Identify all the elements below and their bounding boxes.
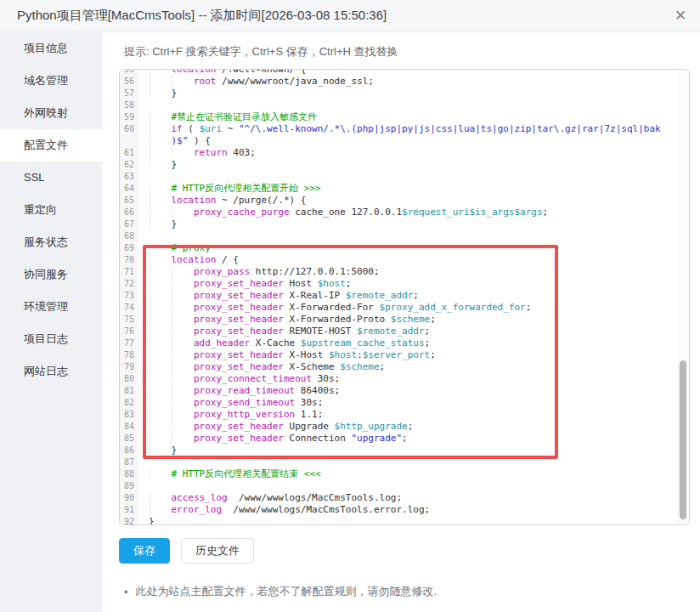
sidebar-item-4[interactable]: SSL bbox=[0, 162, 102, 194]
history-file-button[interactable]: 历史文件 bbox=[181, 538, 254, 564]
line-number: 63 bbox=[120, 171, 138, 183]
indent-guide bbox=[172, 385, 172, 397]
indent-guide bbox=[172, 207, 172, 218]
sidebar-item-10[interactable]: 网站日志 bbox=[0, 355, 102, 388]
line-number: 79 bbox=[120, 361, 138, 373]
code-line: )$" ) { bbox=[120, 135, 689, 147]
editor-scrollbar-track[interactable] bbox=[678, 71, 688, 524]
code-line-content: proxy_read_timeout 86400s; bbox=[138, 385, 689, 397]
code-line-content: # HTTP反向代理相关配置结束 <<< bbox=[138, 468, 689, 480]
code-line: 89 bbox=[120, 480, 689, 492]
code-line: 92} bbox=[120, 516, 689, 525]
code-line-content: )$" ) { bbox=[138, 135, 689, 147]
sidebar-item-9[interactable]: 项目日志 bbox=[0, 323, 102, 355]
line-number: 83 bbox=[120, 409, 138, 421]
indent-guide bbox=[150, 409, 150, 421]
code-line: 78 proxy_set_header X-Host $host:$server… bbox=[120, 349, 689, 361]
code-line-content bbox=[138, 230, 689, 242]
indent-guide bbox=[150, 314, 150, 326]
indent-guide bbox=[172, 409, 172, 421]
sidebar-item-7[interactable]: 协同服务 bbox=[0, 258, 102, 291]
code-line-content: location / { bbox=[138, 254, 689, 266]
line-number: 74 bbox=[120, 302, 138, 314]
footer-note: • 此处为站点主配置文件，若您不了解配置规则，请勿随意修改. bbox=[124, 584, 437, 599]
code-line: 84 proxy_set_header Upgrade $http_upgrad… bbox=[120, 421, 689, 433]
indent-guide bbox=[172, 314, 172, 326]
code-line: 80 proxy_connect_timeout 30s; bbox=[120, 373, 689, 385]
indent-guide bbox=[150, 290, 150, 302]
indent-guide bbox=[150, 468, 150, 480]
code-line-content: proxy_pass http://127.0.0.1:5000; bbox=[138, 266, 689, 278]
sidebar-item-0[interactable]: 项目信息 bbox=[0, 32, 102, 65]
editor-scrollbar-thumb[interactable] bbox=[680, 360, 686, 519]
code-line: 65 location ~ /purge(/.*) { bbox=[120, 195, 689, 207]
indent-guide bbox=[150, 88, 150, 99]
indent-guide bbox=[150, 326, 150, 337]
sidebar-item-2[interactable]: 外网映射 bbox=[0, 97, 102, 129]
action-buttons: 保存 历史文件 bbox=[119, 538, 254, 564]
line-number: 91 bbox=[120, 504, 138, 516]
line-number: 64 bbox=[120, 183, 138, 195]
indent-guide bbox=[150, 504, 150, 516]
indent-guide bbox=[172, 337, 172, 349]
python-project-dialog: Python项目管理[MacCmsTools] -- 添加时间[2026-03-… bbox=[0, 0, 700, 612]
line-number: 70 bbox=[120, 254, 138, 266]
line-number: 92 bbox=[120, 516, 138, 525]
indent-guide bbox=[150, 135, 150, 147]
line-number: 61 bbox=[120, 147, 138, 159]
code-line-content: error_log /www/wwwlogs/MacCmsTools.error… bbox=[138, 504, 689, 516]
code-line-content: add_header X-Cache $upstream_cache_statu… bbox=[138, 337, 689, 349]
save-button[interactable]: 保存 bbox=[119, 538, 170, 564]
indent-guide bbox=[172, 361, 172, 373]
code-line-content: proxy_http_version 1.1; bbox=[138, 409, 689, 421]
code-line: 66 proxy_cache_purge cache_one 127.0.0.1… bbox=[120, 207, 689, 218]
sidebar-item-1[interactable]: 域名管理 bbox=[0, 65, 102, 97]
line-number: 62 bbox=[120, 159, 138, 171]
indent-guide bbox=[150, 69, 150, 76]
line-number: 75 bbox=[120, 314, 138, 326]
footer-note-text: 此处为站点主配置文件，若您不了解配置规则，请勿随意修改. bbox=[136, 584, 438, 599]
indent-guide bbox=[150, 207, 150, 218]
sidebar-item-8[interactable]: 环境管理 bbox=[0, 291, 102, 323]
code-line: 79 proxy_set_header X-Scheme $scheme; bbox=[120, 361, 689, 373]
code-line: 76 proxy_set_header REMOTE-HOST $remote_… bbox=[120, 326, 689, 337]
line-number: 90 bbox=[120, 492, 138, 504]
code-line-content: proxy_set_header X-Forwarded-Proto $sche… bbox=[138, 314, 689, 326]
line-number: 82 bbox=[120, 397, 138, 409]
code-line-content: # HTTP反向代理相关配置开始 >>> bbox=[138, 183, 689, 195]
line-number: 85 bbox=[120, 433, 138, 445]
code-area[interactable]: 55 location /.well-known/ {56 root /www/… bbox=[120, 69, 689, 525]
code-line-content: proxy_set_header X-Forwarded-For $proxy_… bbox=[138, 302, 689, 314]
code-line: 70 location / { bbox=[120, 254, 689, 266]
sidebar-item-6[interactable]: 服务状态 bbox=[0, 226, 102, 258]
code-line-content: } bbox=[138, 516, 689, 525]
sidebar-item-3[interactable]: 配置文件 bbox=[0, 129, 102, 162]
indent-guide bbox=[150, 266, 150, 278]
line-number: 58 bbox=[120, 99, 138, 111]
close-icon[interactable]: ✕ bbox=[671, 7, 690, 26]
line-number: 88 bbox=[120, 468, 138, 480]
code-line-content bbox=[138, 171, 689, 183]
code-line-content: if ( $uri ~ "^/\.well-known/.*\.(php|jsp… bbox=[138, 123, 689, 135]
code-line-content: } bbox=[138, 88, 689, 99]
indent-guide bbox=[150, 195, 150, 207]
bullet-icon: • bbox=[124, 586, 128, 598]
config-file-editor[interactable]: 55 location /.well-known/ {56 root /www/… bbox=[119, 69, 690, 525]
indent-guide bbox=[172, 278, 172, 290]
sidebar-item-5[interactable]: 重定向 bbox=[0, 194, 102, 226]
line-number: 76 bbox=[120, 326, 138, 337]
indent-guide bbox=[150, 123, 150, 135]
indent-guide bbox=[172, 373, 172, 385]
indent-guide bbox=[172, 433, 172, 445]
code-line: 71 proxy_pass http://127.0.0.1:5000; bbox=[120, 266, 689, 278]
indent-guide bbox=[150, 242, 150, 254]
indent-guide bbox=[150, 111, 150, 123]
indent-guide bbox=[150, 337, 150, 349]
sidebar: 项目信息域名管理外网映射配置文件SSL重定向服务状态协同服务环境管理项目日志网站… bbox=[0, 32, 102, 612]
code-line: 61 return 403; bbox=[120, 147, 689, 159]
indent-guide bbox=[172, 349, 172, 361]
code-line-content: proxy_set_header X-Scheme $scheme; bbox=[138, 361, 689, 373]
code-line-content: return 403; bbox=[138, 147, 689, 159]
line-number: 59 bbox=[120, 111, 138, 123]
line-number: 71 bbox=[120, 266, 138, 278]
